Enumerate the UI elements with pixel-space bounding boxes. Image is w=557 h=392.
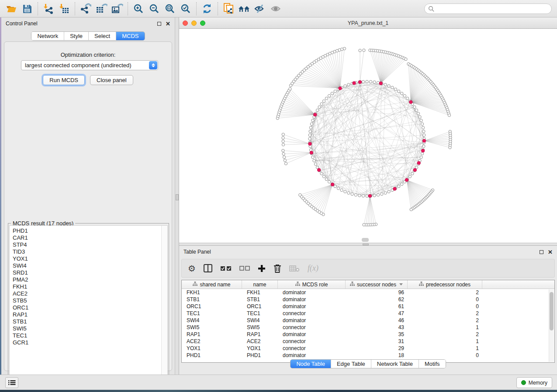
mcds-result-item[interactable]: TEC1 — [13, 332, 167, 339]
mcds-result-item[interactable]: PMA2 — [13, 276, 167, 283]
tab-style[interactable]: Style — [64, 32, 88, 40]
first-neighbors-icon[interactable] — [236, 2, 252, 16]
show-column-panel-icon[interactable] — [204, 262, 212, 275]
tab-edge-table[interactable]: Edge Table — [331, 360, 371, 368]
optimization-criterion-select[interactable]: largest connected component (undirected) — [21, 60, 158, 70]
save-session-icon[interactable] — [19, 2, 35, 16]
column-header-shared-name[interactable]: shared name — [182, 280, 242, 289]
vertical-splitter[interactable] — [175, 17, 179, 375]
scrollbar-thumb[interactable] — [550, 292, 554, 330]
deselect-all-icon[interactable] — [239, 262, 250, 275]
memory-button[interactable]: Memory — [516, 377, 552, 388]
toolbar-separator — [38, 2, 38, 15]
close-panel-button[interactable]: Close panel — [90, 75, 133, 85]
table-panel-titlebar: Table Panel ✕ — [179, 246, 557, 258]
zoom-fit-icon[interactable] — [162, 2, 178, 16]
mcds-result-item[interactable]: GCR1 — [13, 339, 167, 346]
table-options-gear-icon[interactable]: ⚙ — [188, 262, 196, 275]
show-all-icon[interactable] — [268, 2, 284, 16]
search-box[interactable] — [424, 3, 552, 14]
tab-network[interactable]: Network — [31, 32, 64, 40]
mcds-result-item[interactable]: SWI4 — [13, 262, 167, 269]
table-row[interactable]: RAP1RAP1dominator352 — [182, 331, 554, 338]
splitter-grip[interactable] — [363, 244, 369, 245]
table-row[interactable]: SWI5SWI5connector431 — [182, 324, 554, 331]
table-row[interactable]: FKH1FKH1dominator962 — [182, 289, 554, 296]
mcds-result-item[interactable]: FKH1 — [13, 283, 167, 290]
export-image-icon[interactable] — [109, 2, 125, 16]
table-cell: ACE2 — [182, 338, 242, 345]
mcds-result-item[interactable]: STB5 — [13, 297, 167, 304]
table-cell: 2 — [408, 331, 482, 338]
column-header-filler — [482, 280, 554, 289]
table-row[interactable]: ACE2ACE2connector311 — [182, 338, 554, 345]
mcds-result-item[interactable]: TID3 — [13, 248, 167, 255]
tab-mcds[interactable]: MCDS — [116, 32, 144, 40]
tab-select[interactable]: Select — [88, 32, 116, 40]
table-row[interactable]: TEC1TEC1connector472 — [182, 310, 554, 317]
float-panel-icon[interactable] — [157, 22, 161, 26]
dominator-node — [405, 178, 408, 182]
table-row[interactable]: SWI4SWI4dominator462 — [182, 317, 554, 324]
mcds-result-item[interactable]: ORC1 — [13, 304, 167, 311]
select-all-icon[interactable] — [220, 262, 232, 275]
mcds-result-item[interactable]: CAR1 — [13, 234, 167, 241]
mcds-result-item[interactable]: STP4 — [13, 241, 167, 248]
zoom-selected-icon[interactable] — [178, 2, 194, 16]
close-panel-icon[interactable]: ✕ — [548, 250, 553, 254]
column-header-name[interactable]: name — [242, 280, 278, 289]
apply-layout-icon[interactable] — [199, 2, 215, 16]
mcds-result-item[interactable]: SWI5 — [13, 325, 167, 332]
export-network-icon[interactable] — [78, 2, 93, 16]
table-cell: 47 — [346, 310, 408, 317]
mcds-list-scrollbar[interactable] — [161, 226, 167, 382]
dominator-node — [313, 113, 317, 117]
tab-node-table[interactable]: Node Table — [291, 360, 331, 368]
column-type-icon — [419, 282, 424, 288]
delete-column-trash-icon[interactable] — [273, 262, 281, 275]
search-input[interactable] — [435, 6, 544, 12]
table-cell: 35 — [346, 331, 408, 338]
mcds-result-item[interactable]: RAP1 — [13, 311, 167, 318]
network-hscroll-thumb[interactable] — [362, 238, 369, 242]
import-table-icon[interactable] — [56, 2, 72, 16]
main-toolbar — [0, 0, 557, 17]
mcds-result-item[interactable]: STB1 — [13, 318, 167, 325]
import-network-icon[interactable] — [41, 2, 56, 16]
export-table-icon[interactable] — [93, 2, 109, 16]
mcds-result-item[interactable]: SRD1 — [13, 269, 167, 276]
zoom-out-icon[interactable] — [146, 2, 162, 16]
node-table: shared namenameMCDS rolesuccessor nodesp… — [181, 280, 555, 363]
mcds-result-item[interactable]: YOX1 — [13, 255, 167, 262]
dominator-node — [422, 139, 426, 143]
column-header-predecessor-nodes[interactable]: predecessor nodes — [408, 280, 482, 289]
new-network-from-selection-icon[interactable] — [221, 2, 236, 16]
float-panel-icon[interactable] — [540, 250, 543, 254]
tab-motifs[interactable]: Motifs — [419, 360, 446, 368]
network-graph[interactable] — [179, 29, 557, 243]
horizontal-splitter[interactable] — [179, 243, 557, 246]
table-row[interactable]: PHD1PHD1dominator180 — [182, 352, 554, 359]
table-cell: dominator — [278, 331, 346, 338]
close-panel-icon[interactable]: ✕ — [166, 22, 170, 26]
tab-network-table[interactable]: Network Table — [371, 360, 419, 368]
mcds-result-item[interactable]: ACE2 — [13, 290, 167, 297]
table-row[interactable]: YOX1YOX1connector291 — [182, 345, 554, 352]
memory-status-icon — [521, 380, 526, 385]
hide-selected-icon[interactable] — [252, 2, 268, 16]
network-canvas[interactable] — [179, 29, 557, 243]
zoom-in-icon[interactable] — [131, 2, 146, 16]
table-row[interactable]: ORC1ORC1dominator610 — [182, 303, 554, 310]
run-mcds-button[interactable]: Run MCDS — [43, 75, 85, 85]
splitter-grip[interactable] — [176, 194, 179, 200]
create-column-icon[interactable] — [258, 262, 266, 275]
table-row[interactable]: STB1STB1dominator620 — [182, 296, 554, 303]
mcds-result-list[interactable]: PHD1CAR1STP4TID3YOX1SWI4SRD1PMA2FKH1ACE2… — [9, 225, 168, 382]
network-window-titlebar[interactable]: YPA_prune.txt_1 — [179, 17, 557, 29]
mcds-result-item[interactable]: PHD1 — [13, 227, 167, 234]
column-header-mcds-role[interactable]: MCDS role — [278, 280, 346, 289]
task-history-button[interactable] — [5, 377, 18, 388]
table-vscrollbar[interactable] — [549, 289, 554, 362]
column-header-successor-nodes[interactable]: successor nodes — [346, 280, 408, 289]
open-session-icon[interactable] — [3, 2, 19, 16]
